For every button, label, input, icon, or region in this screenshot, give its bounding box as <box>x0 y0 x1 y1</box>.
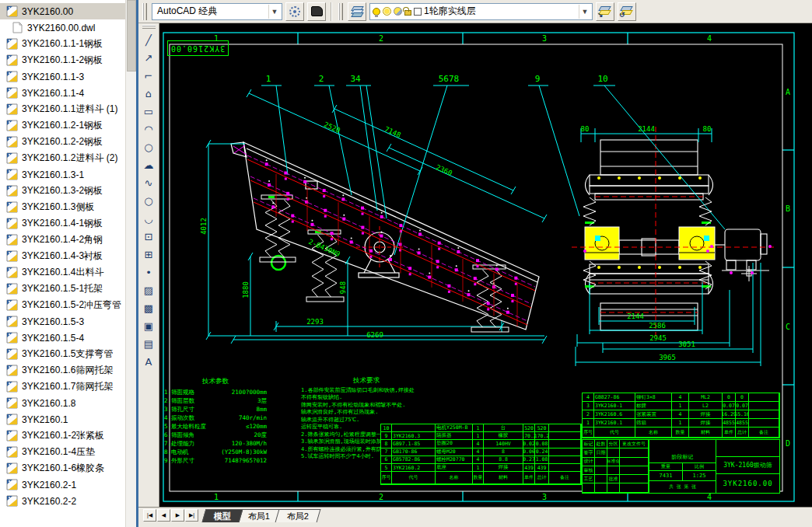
file-list-item[interactable]: 3YK2160.1-6橡胶条 <box>0 460 125 476</box>
bom-header-cell: 名称 <box>635 428 672 438</box>
file-list-item[interactable]: 3YK2160.1.2-2钢板 <box>0 134 125 150</box>
bulb-on-icon[interactable] <box>373 8 380 16</box>
title-block-sig-cell <box>620 483 649 492</box>
scrollbar-thumb[interactable] <box>127 0 136 72</box>
draw-tool-button[interactable]: ▤ <box>140 335 157 352</box>
layer-previous-icon: ↺ <box>620 5 634 17</box>
sun-freeze-icon[interactable] <box>383 7 391 16</box>
tool-icon: ⊞ <box>145 249 153 260</box>
file-name: 3YK2160.2-2 <box>22 496 76 507</box>
dwg-file-icon <box>5 169 19 180</box>
layer-properties-button[interactable] <box>348 2 366 21</box>
draw-tool-button[interactable]: ○ <box>140 138 157 155</box>
drawing-canvas[interactable]: 3YK2160.00 1234 1234 ABCD 123 <box>159 23 812 507</box>
file-list-item[interactable]: 3YK2160.1.1进料斗 (1) <box>0 101 125 117</box>
draw-tool-button[interactable]: ⊡ <box>140 228 157 245</box>
file-list-item[interactable]: 3YK2160.1.4-2角钢 <box>0 232 125 248</box>
toolbar-grip[interactable] <box>338 3 343 20</box>
tool-icon: ⌐ <box>145 70 153 82</box>
unlock-icon[interactable] <box>404 10 411 16</box>
file-list-item[interactable]: 3YK2160.00.dwl <box>0 19 125 36</box>
save-workspace-button[interactable] <box>307 2 326 21</box>
draw-tool-button[interactable]: ○ <box>140 192 157 209</box>
draw-tool-button[interactable]: ∿ <box>140 174 157 191</box>
layout-tab-bar: |◀◀▶▶| 模型 布局1 布局2 <box>138 507 812 522</box>
tab-nav-button[interactable]: ▶| <box>185 509 198 522</box>
draw-tool-button[interactable]: ⌐ <box>140 67 157 84</box>
file-list-item[interactable]: 3YK2160.1.6筛网托架 <box>0 362 125 379</box>
workspace-settings-button[interactable] <box>285 2 304 21</box>
draw-tool-button[interactable]: ▨ <box>140 281 157 298</box>
file-list-item[interactable]: 3YK2160.1.1-3 <box>0 68 125 85</box>
status-strip <box>138 522 812 527</box>
file-list-item[interactable]: 3YK2160.2-2 <box>0 493 125 509</box>
workspace-combo[interactable]: AutoCAD 经典 ▼ <box>152 3 282 20</box>
file-list-item[interactable]: 3YK2160.1.3侧板 <box>0 199 125 215</box>
file-list-item[interactable]: 3YK2160.00 <box>0 3 125 19</box>
dimension-text: 2144 <box>627 312 644 320</box>
file-list-item[interactable]: 3YK2160.1.1-4 <box>0 85 125 101</box>
draw-tool-button[interactable]: ⌂ <box>140 85 157 102</box>
file-list-item[interactable]: 3YK2160.1.1-2钢板 <box>0 52 125 68</box>
file-list-scrollbar[interactable] <box>125 0 136 527</box>
file-list-item[interactable]: 3YK2160.1.7筛网托架 <box>0 379 125 395</box>
file-list-item[interactable]: 3YK2160.1.2进料斗 (2) <box>0 150 125 166</box>
draw-tool-button[interactable]: A <box>140 353 157 370</box>
draw-tool-button[interactable]: ◠ <box>140 120 157 138</box>
dimension-text: 2945 <box>649 334 667 342</box>
chevron-down-icon[interactable]: ▼ <box>579 5 590 19</box>
file-name: 3YK2160.1.4-2角钢 <box>22 233 103 246</box>
tab-nav-button[interactable]: ▶ <box>171 509 184 522</box>
workspace-icon <box>311 6 323 16</box>
chevron-down-icon[interactable]: ▼ <box>268 5 280 19</box>
toolbar-grip[interactable] <box>142 25 156 29</box>
draw-tool-button[interactable]: ▭ <box>140 103 157 120</box>
title-block-sig-cell <box>607 483 620 492</box>
draw-tool-button[interactable]: ▣ <box>140 317 157 334</box>
title-block-sig-cell: 批准 <box>607 475 620 483</box>
file-list-item[interactable]: 3YK2160.1.1-1钢板 <box>0 36 125 52</box>
file-name: 3YK2160.1.2-1钢板 <box>22 119 103 132</box>
file-list-item[interactable]: 3YK2160.1.4-3衬板 <box>0 248 125 264</box>
file-list-item[interactable]: 3YK2160.1.3-2钢板 <box>0 183 125 199</box>
layer-combo[interactable]: 1轮廓实线层 ▼ <box>369 3 593 20</box>
file-list-item[interactable]: 3YK2160.1.3-1 <box>0 166 125 183</box>
file-list-item[interactable]: 3YK2160.1.4-1钢板 <box>0 215 125 232</box>
color-swatch-white[interactable] <box>414 8 422 16</box>
dimension-text: 2293 <box>306 318 324 326</box>
draw-tool-button[interactable]: ╱ <box>140 31 157 48</box>
tech-param-line: 2.筛面层数3层 <box>164 396 267 405</box>
file-list-item[interactable]: 3YK2160.1 <box>0 411 125 428</box>
bom-header-cell: 材料 <box>484 472 523 484</box>
layout-tab[interactable]: 模型 <box>202 509 243 522</box>
file-list-item[interactable]: 3YK2160.1.5-3 <box>0 313 125 330</box>
file-list-item[interactable]: 3YK2160.1.8 <box>0 395 125 411</box>
layer-previous-button[interactable]: ↺ <box>618 2 636 21</box>
toolbar-grip[interactable] <box>142 3 147 20</box>
bom-header-cell: 数量 <box>672 428 689 438</box>
draw-tool-button[interactable]: • <box>140 264 157 281</box>
layout-tab[interactable]: 布局2 <box>275 509 321 522</box>
file-list-item[interactable]: 3YK2160.1.2-1钢板 <box>0 117 125 134</box>
file-list-item[interactable]: 3YK2160.1-2张紧板 <box>0 428 125 444</box>
file-list-item[interactable]: 3YK2160.1.4出料斗 <box>0 264 125 281</box>
draw-tool-button[interactable]: ◡ <box>140 210 157 227</box>
file-list-item[interactable]: 3YK2160.1.5-2冲压弯管 <box>0 297 125 313</box>
sun-viewport-icon[interactable] <box>394 7 402 16</box>
tech-requirement-line: 轴承温升不得超过75℃. <box>301 417 432 424</box>
tool-icon: ◠ <box>144 124 152 135</box>
file-list-item[interactable]: 3YK2160.2-1 <box>0 476 125 493</box>
make-objects-layer-current-button[interactable]: ↘ <box>596 2 614 21</box>
stage-mark-label: 阶段标记 <box>649 440 716 463</box>
draw-tool-button[interactable]: ▩ <box>140 299 157 316</box>
frame-zone-number: 1 <box>214 493 219 501</box>
file-list-item[interactable]: 3YK2160.1.5支撑弯管 <box>0 346 125 362</box>
tab-nav-button[interactable]: |◀ <box>143 509 156 522</box>
draw-tool-button[interactable]: ☁ <box>140 156 157 173</box>
draw-tool-button[interactable]: ↗ <box>140 49 157 66</box>
file-list-item[interactable]: 3YK2160.1.5-4 <box>0 330 125 346</box>
file-list-item[interactable]: 3YK2160.1.5-1托架 <box>0 281 125 297</box>
draw-tool-button[interactable]: ⊞ <box>140 246 157 263</box>
file-list-item[interactable]: 3YK2160.1-4压垫 <box>0 444 125 460</box>
tab-nav-button[interactable]: ◀ <box>157 509 170 522</box>
